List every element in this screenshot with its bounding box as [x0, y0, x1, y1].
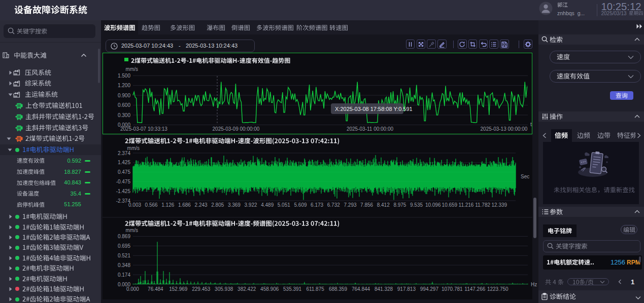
- svg-text:1223.750: 1223.750: [487, 286, 509, 292]
- svg-text:917.813: 917.813: [397, 286, 416, 292]
- svg-text:382.422: 382.422: [238, 286, 256, 292]
- svg-text:0.695: 0.695: [118, 243, 130, 249]
- svg-text:535.391: 535.391: [283, 286, 302, 292]
- svg-text:1147.266: 1147.266: [464, 286, 485, 292]
- svg-text:0.174: 0.174: [118, 272, 130, 278]
- svg-text:0.869: 0.869: [118, 234, 130, 239]
- svg-text:mm/s: mm/s: [126, 228, 138, 233]
- svg-text:0.521: 0.521: [118, 253, 130, 258]
- svg-text:0.000: 0.000: [126, 286, 139, 292]
- svg-text:0.348: 0.348: [118, 262, 130, 268]
- svg-text:611.875: 611.875: [306, 286, 324, 292]
- svg-text:1070.781: 1070.781: [442, 286, 463, 292]
- svg-text:76.484: 76.484: [148, 286, 163, 292]
- svg-text:688.359: 688.359: [329, 286, 348, 292]
- svg-text:458.906: 458.906: [260, 286, 279, 292]
- svg-text:152.969: 152.969: [169, 286, 188, 292]
- svg-text:305.938: 305.938: [215, 286, 233, 292]
- svg-text:841.328: 841.328: [375, 286, 393, 292]
- svg-text:Hz: Hz: [531, 282, 537, 287]
- svg-text:994.297: 994.297: [420, 286, 439, 292]
- svg-text:764.844: 764.844: [352, 286, 370, 292]
- svg-text:229.453: 229.453: [192, 286, 211, 292]
